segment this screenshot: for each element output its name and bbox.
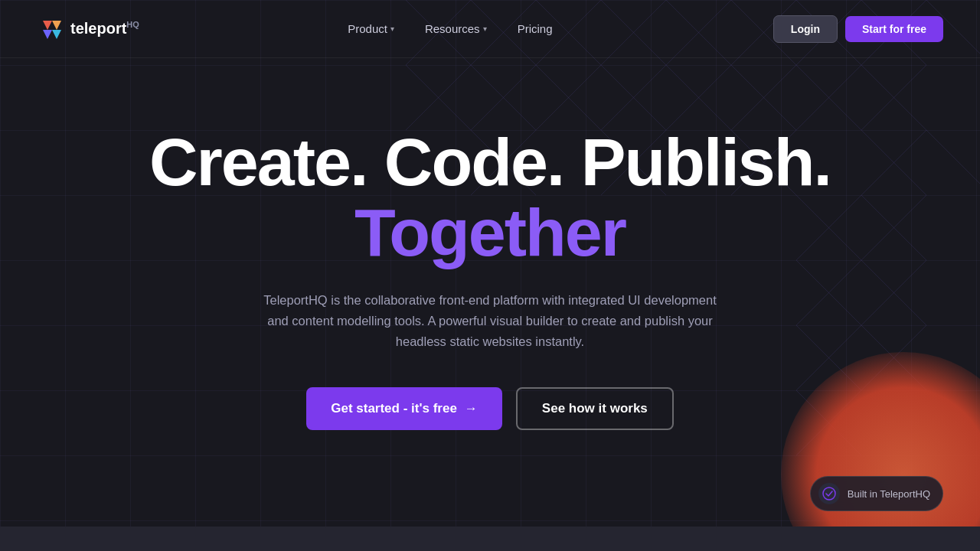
hero-title-line2: Together: [354, 197, 626, 268]
login-button[interactable]: Login: [773, 15, 838, 43]
logo[interactable]: teleportHQ: [37, 15, 139, 44]
header: teleportHQ Product ▾ Resources ▾ Pricing…: [0, 0, 980, 58]
nav-pricing[interactable]: Pricing: [505, 16, 565, 41]
hero-description: TeleportHQ is the collaborative front-en…: [260, 290, 720, 353]
chevron-down-icon: ▾: [483, 24, 487, 33]
get-started-button[interactable]: Get started - it's free →: [306, 387, 502, 430]
hero-buttons: Get started - it's free → See how it wor…: [306, 387, 674, 430]
logo-icon: [37, 15, 66, 44]
get-started-label: Get started - it's free: [331, 401, 457, 416]
built-in-icon: [818, 483, 840, 504]
see-how-it-works-button[interactable]: See how it works: [516, 387, 674, 430]
built-in-badge[interactable]: Built in TeleportHQ: [810, 476, 943, 511]
hero-title-line1: Create. Code. Publish.: [149, 127, 831, 197]
nav-actions: Login Start for free: [773, 15, 943, 43]
hero-section: Create. Code. Publish. Together Teleport…: [0, 58, 980, 430]
bottom-bar: [0, 527, 980, 551]
chevron-down-icon: ▾: [390, 24, 394, 33]
see-how-label: See how it works: [542, 401, 648, 416]
svg-point-62: [823, 487, 835, 500]
main-nav: Product ▾ Resources ▾ Pricing: [335, 16, 564, 41]
nav-resources[interactable]: Resources ▾: [413, 16, 499, 41]
nav-product[interactable]: Product ▾: [335, 16, 407, 41]
start-for-free-button[interactable]: Start for free: [845, 16, 943, 42]
built-in-label: Built in TeleportHQ: [848, 488, 930, 500]
arrow-icon: →: [465, 401, 478, 416]
svg-rect-57: [37, 15, 66, 44]
logo-name: teleportHQ: [70, 20, 139, 37]
